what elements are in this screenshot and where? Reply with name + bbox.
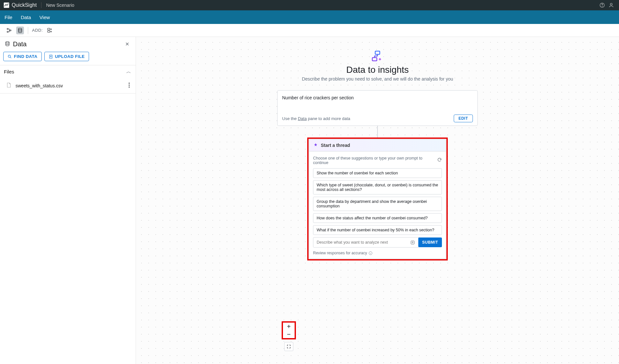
svg-rect-9 [48, 30, 50, 32]
thread-header: Start a thread [309, 139, 446, 151]
chevron-up-icon[interactable]: ︿ [125, 69, 132, 75]
svg-point-2 [602, 6, 602, 6]
logo: QuickSight [3, 2, 37, 8]
file-icon [6, 82, 12, 89]
card-hint: Use the Data pane to add more data [282, 116, 350, 121]
menu-data[interactable]: Data [21, 15, 31, 20]
topbar: QuickSight New Scenario [0, 0, 619, 10]
hero: Data to insights Describe the problem yo… [264, 50, 491, 82]
hero-icon [264, 50, 491, 63]
menu-file[interactable]: File [5, 15, 12, 20]
suggestion-item[interactable]: What if the number of osenbei increased … [313, 225, 442, 235]
svg-point-5 [7, 31, 8, 32]
file-name: sweets_with_status.csv [16, 83, 123, 88]
suggestion-item[interactable]: Which type of sweet (chocolate, donut, o… [313, 180, 442, 194]
suggestion-item[interactable]: Group the data by department and show th… [313, 197, 442, 211]
canvas[interactable]: Data to insights Describe the problem yo… [136, 37, 619, 364]
question-text: Number of rice crackers per section [282, 95, 473, 100]
zoom-out-button[interactable]: − [283, 330, 295, 338]
add-block-icon[interactable] [46, 27, 54, 34]
data-view-icon[interactable] [16, 27, 24, 34]
find-data-button[interactable]: FIND DATA [3, 52, 42, 61]
suggestion-item[interactable]: Show the number of osenbei for each sect… [313, 168, 442, 178]
connector-line [377, 126, 378, 139]
svg-point-13 [129, 83, 129, 83]
toolbar: ADD: [0, 24, 619, 37]
svg-point-14 [129, 84, 129, 85]
menu-view[interactable]: View [39, 15, 50, 20]
files-header-label: Files [4, 69, 14, 74]
toolbar-separator [28, 27, 28, 34]
svg-rect-17 [372, 58, 377, 61]
upload-file-button[interactable]: UPLOAD FILE [44, 52, 89, 61]
svg-rect-8 [48, 28, 50, 30]
svg-point-15 [129, 86, 129, 87]
edit-button[interactable]: EDIT [454, 115, 473, 122]
svg-point-4 [7, 28, 8, 29]
refresh-suggestions-button[interactable] [437, 158, 442, 163]
tree-view-icon[interactable] [5, 27, 13, 34]
topbar-divider [41, 2, 41, 8]
upload-file-label: UPLOAD FILE [55, 54, 85, 59]
thread-choose-hint: Choose one of these suggestions or type … [313, 156, 437, 165]
product-name: QuickSight [12, 2, 37, 8]
hero-title: Data to insights [264, 65, 491, 75]
svg-point-3 [610, 3, 612, 5]
svg-point-7 [18, 28, 22, 30]
thread-body: Choose one of these suggestions or type … [309, 151, 446, 259]
quicksight-logo-icon [3, 2, 10, 8]
prompt-input[interactable] [313, 237, 420, 248]
svg-rect-16 [375, 51, 380, 54]
sidebar: Data FIND DATA UPLOAD FILE Files ︿ sweet… [0, 37, 136, 364]
question-card: Number of rice crackers per section Use … [277, 90, 478, 126]
review-note: Review responses for accuracy [313, 251, 442, 255]
svg-point-6 [10, 30, 11, 31]
hero-subtitle: Describe the problem you need to solve, … [264, 76, 491, 82]
close-sidebar-button[interactable] [123, 40, 131, 48]
info-icon [368, 251, 373, 255]
add-label: ADD: [32, 28, 43, 33]
svg-point-10 [6, 41, 9, 43]
profile-button[interactable] [607, 1, 616, 10]
zoom-controls: + − [282, 321, 296, 351]
attach-button[interactable] [409, 239, 416, 246]
database-icon [5, 41, 10, 48]
file-row[interactable]: sweets_with_status.csv [0, 78, 136, 94]
data-link[interactable]: Data [298, 116, 307, 121]
suggestion-item[interactable]: How does the status affect the number of… [313, 213, 442, 223]
submit-button[interactable]: SUBMIT [418, 237, 442, 247]
thread-title: Start a thread [321, 143, 350, 148]
sidebar-header: Data [0, 37, 136, 50]
menubar: File Data View [0, 10, 619, 24]
thread-panel: Start a thread Choose one of these sugge… [309, 139, 446, 259]
find-data-label: FIND DATA [14, 54, 38, 59]
svg-point-11 [8, 55, 10, 57]
sidebar-title: Data [13, 40, 27, 48]
files-header[interactable]: Files ︿ [0, 65, 136, 78]
zoom-in-button[interactable]: + [283, 323, 295, 330]
file-more-button[interactable] [127, 81, 131, 90]
help-button[interactable] [598, 1, 607, 10]
scenario-title: New Scenario [46, 3, 74, 8]
fit-screen-button[interactable] [284, 342, 293, 351]
